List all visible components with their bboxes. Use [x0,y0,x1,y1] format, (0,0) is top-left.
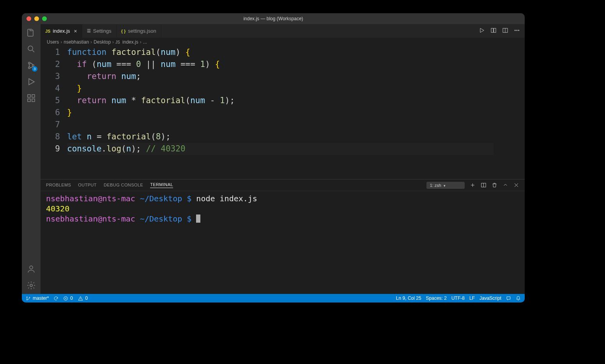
panel-tab[interactable]: TERMINAL [150,182,173,188]
breadcrumb-separator: › [140,39,142,45]
run-file-icon[interactable] [479,27,485,35]
activity-bar: 3 [22,24,41,294]
line-gutter: 123456789 [41,46,67,179]
minimize-window-button[interactable] [34,16,39,21]
statusbar: master* 0 0 Ln 9, Col 25 Spaces: 2 UTF-8… [22,294,525,302]
tab-label: settings.json [128,28,156,34]
chevron-down-icon: ▾ [444,184,446,188]
svg-point-15 [518,30,519,30]
settings-gear-icon[interactable] [26,280,37,291]
svg-point-13 [515,30,515,30]
extensions-icon[interactable] [26,93,37,104]
svg-rect-10 [491,28,493,32]
line-number: 1 [41,46,60,58]
code-line[interactable]: if (num === 0 || num === 1) { [67,58,494,70]
editor-actions [479,24,525,38]
breadcrumb-item[interactable]: Users [47,39,59,45]
code-line[interactable]: return num * factorial(num - 1); [67,95,494,107]
line-number: 3 [41,70,60,83]
indentation[interactable]: Spaces: 2 [426,295,447,301]
line-number: 7 [41,119,60,131]
breadcrumb-item[interactable]: ... [143,39,147,45]
close-window-button[interactable] [27,16,31,21]
explorer-icon[interactable] [26,27,37,38]
terminal-line: 40320 [46,204,519,214]
panel-tab[interactable]: PROBLEMS [46,183,71,188]
panel-tab[interactable]: DEBUG CONSOLE [104,183,143,188]
git-branch[interactable]: master* [26,295,49,301]
line-number: 4 [41,83,60,95]
code-line[interactable]: } [67,83,494,95]
terminal-selector[interactable]: 1: zsh▾ [426,182,465,189]
svg-point-8 [30,266,33,269]
code-line[interactable]: console.log(n); // 40320 [67,143,494,155]
panel-tab[interactable]: OUTPUT [78,183,97,188]
maximize-panel-icon[interactable] [502,182,508,188]
svg-rect-11 [494,28,496,32]
breadcrumb-item[interactable]: Desktop [94,39,111,45]
editor-tab[interactable]: { }settings.json [117,24,161,38]
cursor-position[interactable]: Ln 9, Col 25 [396,295,421,301]
terminal-cursor [196,215,200,223]
encoding[interactable]: UTF-8 [451,295,465,301]
search-icon[interactable] [26,44,37,55]
window-title: index.js — blog (Workspace) [22,16,525,21]
panel: PROBLEMSOUTPUTDEBUG CONSOLETERMINAL 1: z… [41,179,525,294]
source-control-icon[interactable]: 3 [26,60,37,71]
feedback-icon[interactable] [506,296,511,301]
sync-icon[interactable] [53,296,58,301]
vscode-window: index.js — blog (Workspace) 3 JSindex.js… [22,13,525,302]
code-line[interactable]: return num; [67,70,494,83]
editor-tab[interactable]: ☰Settings [82,24,117,38]
new-terminal-icon[interactable] [469,182,476,188]
breadcrumb-separator: › [112,39,114,45]
eol[interactable]: LF [469,295,475,301]
kill-terminal-icon[interactable] [491,182,497,188]
code-line[interactable] [67,119,494,131]
svg-point-14 [517,30,517,30]
maximize-window-button[interactable] [42,16,47,21]
svg-rect-4 [28,95,30,97]
minimap[interactable] [494,46,525,179]
breadcrumb-separator: › [60,39,62,45]
split-compare-icon[interactable] [490,27,497,35]
line-number: 6 [41,107,60,119]
code-editor[interactable]: 123456789 function factorial(num) { if (… [41,46,525,179]
js-file-icon: JS [45,29,50,33]
settings-icon: ☰ [87,28,91,33]
js-file-icon: JS [115,40,120,44]
tab-label: Settings [93,28,111,34]
svg-rect-5 [32,95,35,97]
terminal-output[interactable]: nsebhastian@nts-mac ~/Desktop $ node ind… [41,191,525,294]
accounts-icon[interactable] [26,264,37,274]
terminal-line: nsebhastian@nts-mac ~/Desktop $ node ind… [46,193,519,204]
svg-point-0 [28,46,33,51]
code-line[interactable]: function factorial(num) { [67,46,494,58]
close-tab-icon[interactable]: × [74,28,77,34]
language-mode[interactable]: JavaScript [479,295,501,301]
breadcrumb-separator: › [90,39,92,45]
svg-point-17 [27,297,27,297]
json-file-icon: { } [121,29,126,33]
code-line[interactable]: let n = factorial(8); [67,131,494,143]
line-number: 5 [41,95,60,107]
code-area[interactable]: function factorial(num) { if (num === 0 … [67,46,494,179]
breadcrumb[interactable]: Users›nsebhastian›Desktop›JS index.js›..… [41,38,525,46]
run-debug-icon[interactable] [26,76,37,87]
terminal-line: nsebhastian@nts-mac ~/Desktop $ [46,214,519,224]
split-editor-icon[interactable] [502,27,508,35]
split-terminal-icon[interactable] [480,182,486,188]
problems-status[interactable]: 0 0 [63,295,88,301]
editor-tabs: JSindex.js×☰Settings{ }settings.json [41,24,525,38]
editor-tab[interactable]: JSindex.js× [41,24,82,38]
notifications-icon[interactable] [516,296,521,301]
traffic-lights [27,16,47,21]
more-actions-icon[interactable] [514,27,520,35]
breadcrumb-item[interactable]: JS index.js [115,39,138,45]
breadcrumb-item[interactable]: nsebhastian [64,39,89,45]
code-line[interactable]: } [67,107,494,119]
svg-point-9 [30,284,32,287]
close-panel-icon[interactable] [513,182,519,188]
svg-point-19 [29,297,30,298]
scm-badge: 3 [32,66,37,72]
